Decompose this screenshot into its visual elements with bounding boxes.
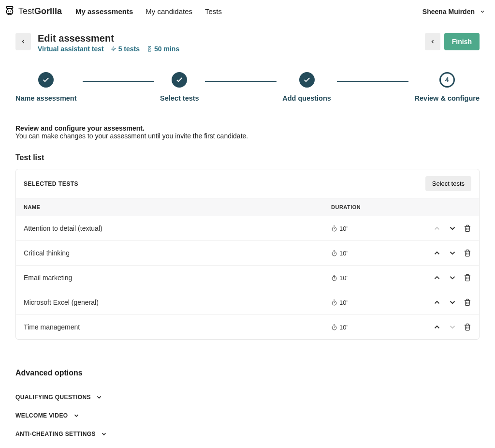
- hourglass-icon: [146, 46, 152, 52]
- chevron-down-icon: [448, 224, 457, 233]
- step-check-icon: [172, 72, 187, 88]
- test-list-card: SELECTED TESTS Select tests NAME DURATIO…: [15, 169, 480, 340]
- step-number-icon: 4: [439, 72, 455, 88]
- test-name: Microsoft Excel (general): [24, 299, 331, 306]
- advanced-option-label: ANTI-CHEATING SETTINGS: [15, 431, 96, 437]
- move-down-button: [448, 323, 457, 331]
- trash-icon: [464, 323, 471, 331]
- chevron-down-icon: [101, 431, 107, 437]
- advanced-option[interactable]: ANTI-CHEATING SETTINGS: [15, 425, 480, 443]
- chevron-up-icon: [433, 249, 441, 257]
- brand-name-thin: Test: [18, 6, 34, 16]
- nav-my-assessments[interactable]: My assessments: [75, 7, 133, 15]
- col-duration: DURATION: [331, 204, 413, 210]
- chevron-left-icon: [20, 39, 26, 45]
- tests-count: 5 tests: [111, 45, 140, 53]
- test-list-header: NAME DURATION: [16, 198, 479, 216]
- chevron-down-icon: [448, 273, 457, 282]
- trash-icon: [464, 299, 471, 306]
- svg-point-8: [332, 301, 336, 305]
- trash-icon: [464, 224, 471, 232]
- test-row: Email marketing 10': [16, 266, 479, 290]
- move-up-button: [433, 224, 441, 233]
- chevron-down-icon: [73, 412, 80, 419]
- test-duration: 10': [331, 225, 413, 232]
- nav-my-candidates[interactable]: My candidates: [146, 7, 192, 15]
- step-select-tests[interactable]: Select tests: [160, 72, 199, 102]
- trash-icon: [464, 274, 471, 282]
- move-up-button[interactable]: [433, 249, 441, 257]
- delete-button[interactable]: [464, 323, 471, 331]
- user-menu[interactable]: Sheena Muirden: [422, 8, 490, 15]
- assessment-name: Virtual assistant test: [38, 45, 104, 53]
- gorilla-icon: [3, 5, 16, 18]
- move-up-button[interactable]: [433, 273, 441, 282]
- test-name: Attention to detail (textual): [24, 224, 331, 232]
- duration: 50 mins: [146, 45, 179, 53]
- finish-button[interactable]: Finish: [444, 33, 480, 50]
- step-name-assessment[interactable]: Name assessment: [15, 72, 77, 102]
- delete-button[interactable]: [464, 299, 471, 306]
- test-row: Time management 10': [16, 315, 479, 339]
- move-up-button[interactable]: [433, 298, 441, 307]
- delete-button[interactable]: [464, 249, 471, 257]
- move-down-button[interactable]: [448, 298, 457, 307]
- test-duration: 10': [331, 250, 413, 257]
- chevron-down-icon: [448, 249, 457, 257]
- test-name: Critical thinking: [24, 249, 331, 257]
- delete-button[interactable]: [464, 224, 471, 232]
- advanced-option-label: WELCOME VIDEO: [15, 412, 68, 419]
- advanced-option[interactable]: EXTRA TIME FOR TESTS: [15, 443, 480, 448]
- stopwatch-icon: [331, 324, 337, 330]
- move-down-button[interactable]: [448, 273, 457, 282]
- select-tests-button[interactable]: Select tests: [425, 176, 471, 191]
- step-check-icon: [299, 72, 315, 88]
- bolt-icon: [111, 46, 116, 52]
- test-row: Microsoft Excel (general) 10': [16, 290, 479, 315]
- chevron-down-icon: [480, 9, 485, 15]
- advanced-option[interactable]: WELCOME VIDEO: [15, 406, 480, 425]
- delete-button[interactable]: [464, 274, 471, 282]
- step-review-configure[interactable]: 4 Review & configure: [414, 72, 480, 102]
- advanced-options-heading: Advanced options: [15, 369, 480, 377]
- top-nav: TestGorilla My assessments My candidates…: [0, 0, 495, 23]
- back-button[interactable]: [15, 33, 31, 50]
- stepper: Name assessment Select tests Add questio…: [15, 72, 480, 102]
- chevron-up-icon: [433, 273, 441, 282]
- test-list-heading: Test list: [15, 153, 480, 162]
- page-title: Edit assessment: [38, 33, 179, 44]
- chevron-up-icon: [433, 298, 441, 307]
- chevron-up-icon: [433, 323, 441, 331]
- chevron-left-icon: [430, 39, 436, 45]
- test-duration: 10': [331, 274, 413, 282]
- selected-tests-title: SELECTED TESTS: [24, 180, 78, 187]
- brand-logo[interactable]: TestGorilla: [3, 5, 62, 18]
- advanced-option[interactable]: QUALIFYING QUESTIONS: [15, 388, 480, 406]
- test-duration: 10': [331, 299, 413, 306]
- test-row: Critical thinking 10': [16, 241, 479, 266]
- svg-point-7: [332, 276, 336, 281]
- chevron-down-icon: [96, 394, 102, 401]
- test-name: Time management: [24, 323, 331, 331]
- test-name: Email marketing: [24, 274, 331, 282]
- svg-point-9: [332, 326, 336, 330]
- advanced-options: Advanced options QUALIFYING QUESTIONS WE…: [15, 369, 480, 448]
- move-down-button[interactable]: [448, 224, 457, 233]
- page-header: Edit assessment Virtual assistant test 5…: [15, 33, 480, 53]
- user-name: Sheena Muirden: [422, 8, 475, 15]
- svg-point-6: [332, 252, 336, 256]
- move-down-button[interactable]: [448, 249, 457, 257]
- stopwatch-icon: [331, 225, 337, 232]
- nav-tests[interactable]: Tests: [205, 7, 222, 15]
- brand-name-bold: Gorilla: [34, 6, 62, 16]
- test-row: Attention to detail (textual) 10': [16, 216, 479, 241]
- prev-step-button[interactable]: [425, 33, 440, 50]
- chevron-up-icon: [433, 224, 441, 233]
- step-check-icon: [38, 72, 54, 88]
- stopwatch-icon: [331, 250, 337, 256]
- trash-icon: [464, 249, 471, 257]
- section-intro: Review and configure your assessment. Yo…: [15, 124, 480, 140]
- step-add-questions[interactable]: Add questions: [282, 72, 331, 102]
- move-up-button[interactable]: [433, 323, 441, 331]
- svg-marker-4: [111, 46, 116, 51]
